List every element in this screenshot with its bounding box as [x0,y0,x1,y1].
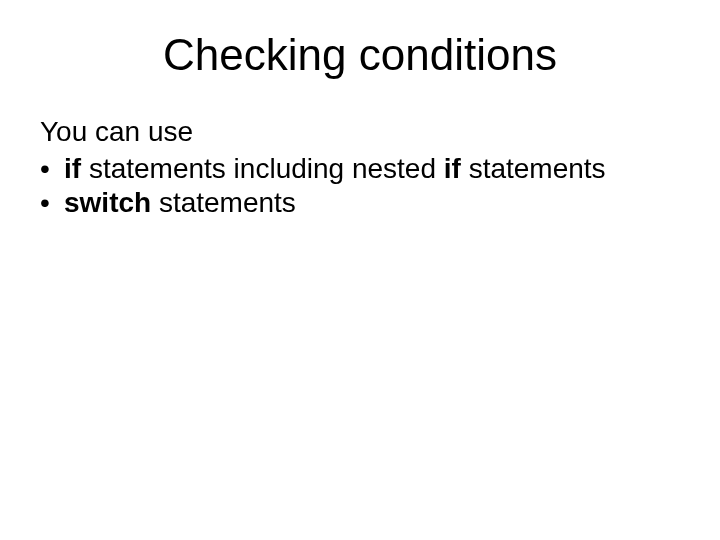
bullet-text: switch statements [64,186,684,220]
intro-text: You can use [36,116,684,148]
bullet-list: • if statements including nested if stat… [36,152,684,220]
bullet-icon: • [40,152,64,186]
slide: Checking conditions You can use • if sta… [0,0,720,540]
slide-title: Checking conditions [36,30,684,80]
list-item: • if statements including nested if stat… [40,152,684,186]
bullet-icon: • [40,186,64,220]
bullet-text: if statements including nested if statem… [64,152,684,186]
list-item: • switch statements [40,186,684,220]
